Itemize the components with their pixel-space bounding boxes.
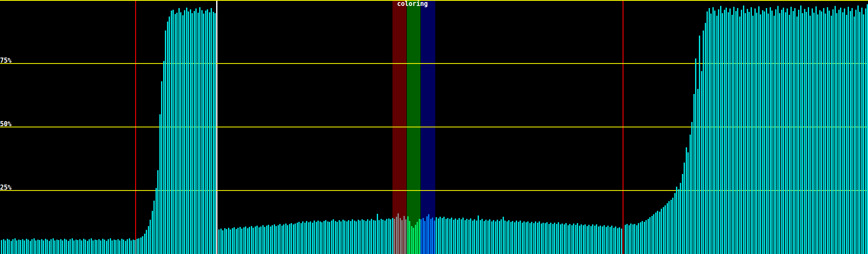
histogram-bar [302, 221, 303, 254]
histogram-bar [537, 223, 538, 254]
histogram-bar [766, 8, 767, 254]
histogram-bar [600, 226, 601, 254]
histogram-bar [575, 225, 576, 254]
histogram-bar [256, 226, 258, 254]
histogram-bar [522, 223, 523, 254]
histogram-bar [840, 8, 841, 254]
histogram-bar [11, 241, 12, 254]
histogram-canvas: 75% 50% 25% coloring [0, 0, 868, 254]
histogram-bar [214, 13, 216, 254]
histogram-bar [491, 221, 492, 254]
histogram-bar [110, 238, 111, 254]
histogram-bar [655, 213, 657, 254]
histogram-bar [401, 220, 403, 254]
histogram-bar [8, 240, 10, 254]
gridline-100% [0, 0, 868, 1]
histogram-bar [352, 219, 353, 254]
histogram-bar [266, 226, 267, 254]
histogram-bar [293, 224, 294, 254]
histogram-bar [846, 15, 847, 254]
histogram-bar [56, 240, 58, 254]
histogram-bar [278, 225, 279, 254]
histogram-bar [615, 226, 616, 254]
histogram-bar [764, 11, 765, 254]
histogram-bar [275, 226, 277, 254]
histogram-bar [724, 10, 725, 254]
histogram-bar [579, 226, 580, 254]
histogram-bar [735, 11, 737, 254]
histogram-bar [119, 240, 120, 254]
histogram-bar [363, 220, 364, 254]
histogram-bar [369, 221, 370, 254]
histogram-bar [356, 221, 357, 254]
histogram-bar [413, 228, 414, 254]
histogram-bar [546, 222, 548, 254]
histogram-bar [20, 240, 21, 254]
histogram-bar [47, 240, 48, 254]
histogram-bar [606, 227, 607, 254]
histogram-bar [768, 14, 769, 254]
histogram-bar [420, 219, 422, 254]
histogram-bar [504, 221, 506, 254]
histogram-bar [794, 8, 796, 254]
histogram-bar [775, 9, 776, 254]
histogram-bar [527, 221, 529, 254]
histogram-bar [810, 16, 811, 254]
histogram-bar [823, 8, 824, 254]
histogram-bar [453, 220, 454, 254]
histogram-bar [480, 220, 481, 254]
histogram-bar [209, 12, 210, 254]
histogram-bar [79, 239, 81, 254]
histogram-bar [722, 13, 723, 254]
histogram-bar [476, 221, 477, 254]
histogram-bar [247, 228, 248, 254]
histogram-bar [117, 239, 119, 254]
histogram-bar [70, 239, 71, 254]
histogram-bar [728, 12, 729, 254]
histogram-bar [7, 239, 8, 254]
histogram-bar [523, 221, 525, 254]
histogram-bar [638, 223, 639, 254]
histogram-bar [619, 227, 620, 254]
histogram-bar [854, 17, 855, 254]
histogram-bar [583, 225, 584, 254]
histogram-bar [617, 228, 618, 254]
histogram-bar [417, 222, 418, 254]
histogram-bar [140, 237, 142, 254]
histogram-bar [161, 81, 162, 254]
histogram-bar [541, 224, 542, 254]
histogram-bar [802, 13, 803, 254]
histogram-bar [323, 221, 325, 254]
histogram-bar [96, 240, 97, 254]
histogram-bar [16, 240, 17, 254]
histogram-bar [474, 219, 475, 254]
histogram-bar [590, 226, 592, 254]
histogram-bar [213, 12, 214, 254]
histogram-bar [182, 15, 184, 254]
histogram-bar [855, 10, 857, 254]
histogram-bar [12, 239, 14, 254]
histogram-bar [468, 220, 470, 254]
histogram-bar [287, 225, 288, 254]
histogram-bar [459, 218, 460, 254]
histogram-bar [22, 239, 23, 254]
histogram-bar [455, 218, 456, 254]
histogram-bar [321, 222, 323, 254]
histogram-bar [62, 240, 63, 254]
histogram-bar [442, 218, 443, 254]
histogram-bar [28, 240, 29, 254]
histogram-bar [804, 9, 805, 254]
histogram-bar [115, 240, 117, 254]
histogram-bar [487, 221, 489, 254]
histogram-bar [548, 224, 550, 254]
histogram-bar [512, 221, 513, 254]
histogram-bar [54, 240, 56, 254]
histogram-bar [222, 230, 223, 254]
histogram-bar [672, 198, 673, 254]
histogram-bar [714, 11, 715, 254]
histogram-bar [796, 17, 798, 254]
histogram-bar [241, 229, 242, 254]
histogram-bar [806, 12, 807, 254]
histogram-bar [793, 11, 794, 254]
histogram-bar [106, 241, 107, 254]
